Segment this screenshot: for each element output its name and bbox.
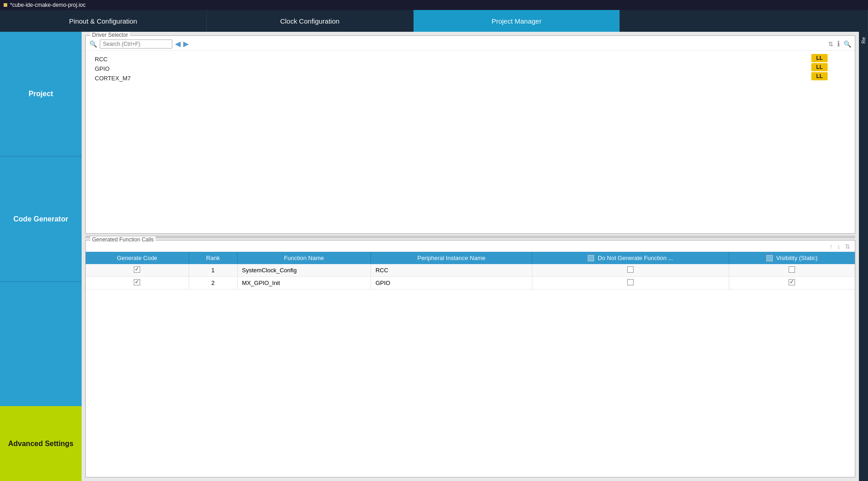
col-peripheral: Peripheral Instance Name — [371, 252, 532, 265]
row1-visibility-checkbox[interactable] — [789, 266, 795, 273]
info-icon[interactable]: ℹ — [837, 40, 840, 48]
tab-project-manager[interactable]: Project Manager — [414, 10, 620, 32]
col-rank: Rank — [189, 252, 237, 265]
row1-generate-checkbox[interactable] — [134, 266, 140, 273]
row1-peripheral: RCC — [371, 264, 532, 277]
ll-badge-rcc: LL — [811, 54, 828, 62]
col-function-name: Function Name — [237, 252, 371, 265]
code-generator-arrow — [76, 214, 82, 225]
title-filename: *cube-ide-cmake-demo-proj.ioc — [10, 2, 86, 8]
right-sidebar-label: Re — [861, 37, 866, 44]
table-row: 2 MX_GPIO_Init GPIO — [86, 277, 855, 290]
title-dot — [4, 3, 7, 7]
sidebar-item-project[interactable]: Project — [0, 32, 82, 157]
row2-peripheral: GPIO — [371, 277, 532, 290]
gfc-legend: Generated Function Calls — [90, 236, 156, 243]
tab-extra[interactable] — [620, 10, 868, 32]
sidebar-spacer — [0, 282, 82, 406]
right-sidebar: Re — [859, 32, 868, 481]
toolbar-left: 🔍 ◀ ▶ — [89, 39, 189, 49]
sort-icon[interactable]: ⇅ — [828, 41, 834, 47]
ll-badge-cortex: LL — [811, 72, 828, 80]
search-input[interactable] — [100, 39, 172, 49]
row2-rank: 2 — [189, 277, 237, 290]
row2-generate-code[interactable] — [86, 277, 189, 290]
row2-generate-checkbox[interactable] — [134, 279, 140, 285]
advanced-settings-arrow — [76, 438, 82, 449]
col-generate-code: Generate Code — [86, 252, 189, 265]
project-arrow — [76, 88, 82, 99]
driver-list: RCC GPIO CORTEX_M7 — [86, 51, 855, 87]
row2-visibility[interactable] — [729, 277, 855, 290]
gfc-toolbar: ↑ ↓ ⇅ — [86, 240, 855, 252]
visibility-header-checkbox[interactable] — [766, 255, 773, 261]
row1-do-not-generate[interactable] — [532, 264, 729, 277]
gfc-sort-down-icon[interactable]: ↓ — [837, 243, 840, 250]
main-layout: Project Code Generator Advanced Settings… — [0, 32, 868, 481]
driver-selector-panel: Driver Selector 🔍 ◀ ▶ ⇅ ℹ 🔍 RCC — [85, 35, 855, 234]
prev-icon[interactable]: ◀ — [175, 40, 180, 48]
ll-badges: LL LL LL — [811, 54, 828, 80]
row2-visibility-checkbox[interactable] — [789, 279, 795, 285]
content-area: Driver Selector 🔍 ◀ ▶ ⇅ ℹ 🔍 RCC — [82, 32, 859, 481]
driver-gpio[interactable]: GPIO — [93, 64, 848, 74]
toolbar-right: ⇅ ℹ 🔍 — [828, 40, 851, 48]
sidebar-item-advanced-settings[interactable]: Advanced Settings — [0, 406, 82, 481]
tab-pinout[interactable]: Pinout & Configuration — [0, 10, 207, 32]
driver-rcc[interactable]: RCC — [93, 54, 848, 64]
row2-do-not-generate-checkbox[interactable] — [627, 279, 634, 285]
row1-function-name: SystemClock_Config — [237, 264, 371, 277]
left-sidebar: Project Code Generator Advanced Settings — [0, 32, 82, 481]
table-row: 1 SystemClock_Config RCC — [86, 264, 855, 277]
sidebar-item-code-generator[interactable]: Code Generator — [0, 157, 82, 281]
tab-clock[interactable]: Clock Configuration — [207, 10, 414, 32]
gfc-sort-both-icon[interactable]: ⇅ — [845, 243, 850, 250]
generated-function-calls-panel: Generated Function Calls ↑ ↓ ⇅ Generate … — [85, 240, 855, 477]
ll-badge-gpio: LL — [811, 63, 828, 71]
driver-selector-legend: Driver Selector — [90, 32, 130, 38]
row2-function-name: MX_GPIO_Init — [237, 277, 371, 290]
panel-resizer[interactable] — [85, 236, 855, 238]
gfc-sort-up-icon[interactable]: ↑ — [829, 243, 833, 250]
row1-do-not-generate-checkbox[interactable] — [627, 266, 634, 273]
row1-visibility[interactable] — [729, 264, 855, 277]
search2-icon[interactable]: 🔍 — [844, 41, 851, 47]
row1-rank: 1 — [189, 264, 237, 277]
row1-generate-code[interactable] — [86, 264, 189, 277]
title-bar: *cube-ide-cmake-demo-proj.ioc — [0, 0, 868, 10]
col-do-not-generate[interactable]: Do Not Generate Function ... — [532, 252, 729, 265]
next-icon[interactable]: ▶ — [183, 40, 189, 48]
col-visibility[interactable]: Visibility (Static) — [729, 252, 855, 265]
search-icon: 🔍 — [89, 40, 97, 48]
driver-cortex-m7[interactable]: CORTEX_M7 — [93, 74, 848, 83]
do-not-generate-header-checkbox[interactable] — [588, 255, 594, 261]
top-nav: Pinout & Configuration Clock Configurati… — [0, 10, 868, 32]
driver-selector-toolbar: 🔍 ◀ ▶ ⇅ ℹ 🔍 — [86, 36, 855, 51]
gfc-table: Generate Code Rank Function Name Periphe… — [86, 252, 855, 290]
row2-do-not-generate[interactable] — [532, 277, 729, 290]
